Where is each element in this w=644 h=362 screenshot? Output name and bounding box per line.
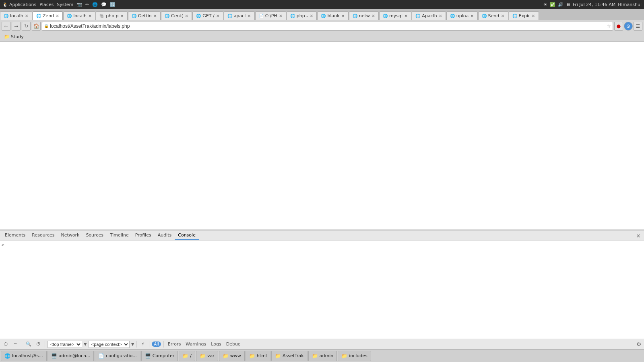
tab-apaclh[interactable]: 🌐 Apaclh × [412, 11, 446, 20]
taskbar-item-includes[interactable]: 📁 includes [338, 351, 371, 361]
tab-close-cph[interactable]: × [279, 13, 283, 19]
menu-button[interactable]: ☰ [634, 22, 642, 31]
tab-close-cento[interactable]: × [185, 13, 188, 19]
devtools-tab-network[interactable]: Network [58, 231, 83, 240]
tab-close-gettin[interactable]: × [153, 13, 157, 19]
bookmarks-bar: 📁 Study [0, 32, 644, 42]
devtools-tab-timeline[interactable]: Timeline [107, 231, 132, 240]
devtools-tab-audits[interactable]: Audits [155, 231, 175, 240]
tab-netw[interactable]: 🌐 netw × [349, 11, 379, 20]
calc-icon[interactable]: 🔢 [110, 2, 116, 7]
tab-close-mysql[interactable]: × [404, 13, 408, 19]
devtools-settings-button[interactable]: ⚙ [635, 341, 642, 348]
tab-cento[interactable]: 🌐 Cent( × [161, 11, 192, 20]
places-menu[interactable]: Places [39, 2, 54, 7]
devtools-list-button[interactable]: ≡ [11, 341, 19, 348]
tab-close-php1[interactable]: × [120, 13, 124, 19]
tab-send[interactable]: 🌐 Send × [478, 11, 508, 20]
system-menu[interactable]: System [57, 2, 73, 7]
star-icon[interactable]: ☆ [607, 23, 611, 29]
tab-close-localh1[interactable]: × [25, 13, 29, 19]
errors-label: Errors [168, 341, 181, 347]
taskbar-item-assettrak[interactable]: 📁 AssetTrak [271, 351, 308, 361]
edit-icon[interactable]: ✏️ [85, 2, 89, 7]
tab-php1[interactable]: 🐘 php p × [96, 11, 128, 20]
browser-icon2[interactable]: 🌐 [92, 2, 98, 7]
tab-close-send[interactable]: × [501, 13, 504, 19]
toolbar-separator-1 [22, 341, 22, 348]
taskbar-item-var[interactable]: 📁 var [196, 351, 218, 361]
tab-favicon-php1: 🐘 [99, 14, 104, 19]
taskbar-item-admin[interactable]: 🖥️ admin@loca... [47, 351, 94, 361]
taskbar-item-root[interactable]: 📁 / [179, 351, 195, 361]
toolbar-separator-5 [163, 341, 164, 348]
tab-blank[interactable]: 🌐 blank × [317, 11, 348, 20]
filter-button[interactable]: ⚡ [139, 341, 147, 348]
tab-favicon-cph: 📄 [259, 14, 264, 19]
errors-filter[interactable]: Errors [166, 341, 183, 347]
tab-cph[interactable]: 📄 C:\PH × [255, 11, 286, 20]
stop-button[interactable]: ● [614, 22, 623, 31]
frame-context-select[interactable]: <top frame> [47, 341, 82, 348]
tab-uploa[interactable]: 🌐 uploa × [446, 11, 478, 20]
forward-button[interactable]: → [12, 22, 21, 31]
tab-close-apaclh[interactable]: × [439, 13, 442, 19]
tab-close-get[interactable]: × [216, 13, 220, 19]
tab-gettin[interactable]: 🌐 Gettin × [128, 11, 161, 20]
devtools-tab-elements[interactable]: Elements [2, 231, 29, 240]
devtools-tab-resources-label: Resources [32, 232, 54, 238]
devtools-tab-resources[interactable]: Resources [29, 231, 58, 240]
devtools-tab-profiles[interactable]: Profiles [132, 231, 155, 240]
home-button[interactable]: 🏠 [32, 22, 41, 31]
page-context-select[interactable]: <page context> [89, 341, 130, 348]
tab-favicon-netw: 🌐 [353, 14, 357, 19]
tab-close-expir[interactable]: × [532, 13, 535, 19]
tab-close-php2[interactable]: × [310, 13, 313, 19]
toolbar-separator-4 [149, 341, 149, 348]
filter-all-pill[interactable]: All [152, 341, 161, 347]
bookmark-study[interactable]: 📁 Study [2, 34, 26, 40]
address-input[interactable] [50, 23, 605, 29]
taskbar-item-localhost[interactable]: 🌐 localhost/As... [1, 351, 47, 361]
tab-close-blank[interactable]: × [341, 13, 345, 19]
devtools-search-button[interactable]: 🔍 [25, 341, 33, 348]
address-bar[interactable]: 🔒 ☆ [42, 22, 613, 31]
tab-close-uploa[interactable]: × [470, 13, 474, 19]
taskbar-item-config[interactable]: 📄 configuratio... [95, 351, 140, 361]
tab-mysql[interactable]: 🌐 mysql × [379, 11, 411, 20]
devtools-clock-button[interactable]: ⏱ [34, 341, 42, 348]
tab-get[interactable]: 🌐 GET / × [192, 11, 223, 20]
taskbar-item-www[interactable]: 📁 www [219, 351, 245, 361]
devtools-tab-console[interactable]: Console [175, 231, 199, 240]
tab-apacl[interactable]: 🌐 apacl × [224, 11, 255, 20]
system-label: System [57, 2, 73, 7]
taskbar-item-admin-folder[interactable]: 📁 admin [308, 351, 337, 361]
devtools-tab-profiles-label: Profiles [135, 232, 151, 238]
logs-filter[interactable]: Logs [209, 341, 223, 347]
devtools-tab-sources[interactable]: Sources [83, 231, 107, 240]
screenshot-icon[interactable]: 📷 [76, 2, 82, 7]
datetime: Fri Jul 24, 11:46 AM [573, 2, 616, 7]
devtools-inspect-button[interactable]: ⬡ [2, 341, 10, 348]
tab-localh1[interactable]: 🌐 localh × [0, 11, 32, 20]
skype-icon[interactable]: 💬 [101, 2, 107, 7]
taskbar-item-computer[interactable]: 🖥️ Computer [141, 351, 178, 361]
tab-close-localh2[interactable]: × [88, 13, 92, 19]
tab-close-apacl[interactable]: × [247, 13, 251, 19]
tab-localh2[interactable]: 🌐 localh × [63, 11, 95, 20]
devtools-close-button[interactable]: × [634, 232, 642, 239]
tab-expir[interactable]: 🌐 Expir × [509, 11, 539, 20]
debug-filter[interactable]: Debug [225, 341, 242, 347]
console-input[interactable] [6, 242, 642, 247]
reload-button[interactable]: ↻ [22, 22, 31, 31]
tab-label-send: Send [488, 13, 500, 19]
taskbar-icon-config: 📄 [98, 353, 104, 359]
tab-zend[interactable]: 🌐 Zend × [33, 11, 63, 20]
back-button[interactable]: ← [2, 22, 10, 31]
applications-menu[interactable]: 🐧 Applications [2, 2, 36, 7]
tab-close-netw[interactable]: × [372, 13, 375, 19]
tab-php2[interactable]: 🌐 php - × [287, 11, 317, 20]
taskbar-item-html[interactable]: 📁 html [246, 351, 270, 361]
tab-close-zend[interactable]: × [56, 13, 59, 19]
warnings-filter[interactable]: Warnings [184, 341, 208, 347]
